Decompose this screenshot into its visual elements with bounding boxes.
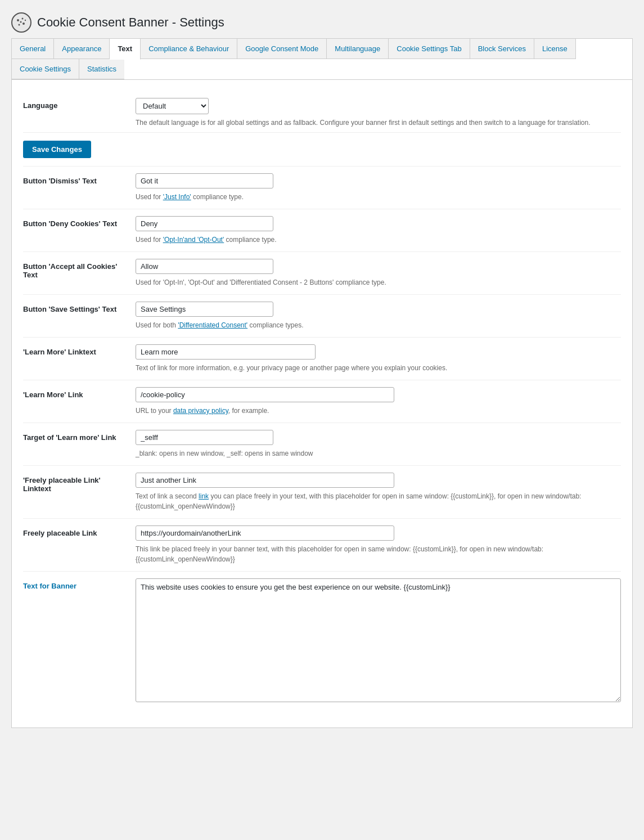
accept-all-text-input[interactable] (136, 259, 273, 274)
svg-point-4 (19, 24, 20, 26)
tab-compliance[interactable]: Compliance & Behaviour (141, 39, 237, 59)
learn-more-linktext-input[interactable] (136, 344, 316, 360)
accept-all-text-description: Used for 'Opt-In', 'Opt-Out' and 'Differ… (136, 277, 621, 288)
custom-link-url-content: This link be placed freely in your banne… (136, 525, 621, 564)
tab-multilanguage[interactable]: Multilanguage (327, 39, 389, 59)
banner-text-label: Text for Banner (23, 578, 136, 590)
accept-all-text-label: Button 'Accept all Cookies' Text (23, 259, 136, 279)
learn-more-linktext-description: Text of link for more information, e.g. … (136, 363, 621, 373)
svg-point-1 (17, 19, 19, 21)
row-banner-text: Text for Banner This website uses cookie… (23, 572, 621, 711)
tab-cookie-settings-tab[interactable]: Cookie Settings Tab (389, 39, 470, 59)
svg-point-2 (22, 18, 24, 20)
row-learn-more-linktext: 'Learn More' Linktext Text of link for m… (23, 338, 621, 380)
learn-more-target-input[interactable] (136, 430, 273, 445)
svg-point-3 (22, 23, 25, 25)
learn-more-linktext-content: Text of link for more information, e.g. … (136, 344, 621, 373)
custom-link-url-description: This link be placed freely in your banne… (136, 544, 621, 564)
language-select[interactable]: Default (136, 98, 209, 114)
tab-cookie-settings[interactable]: Cookie Settings (12, 59, 79, 79)
page-header: Cookie Consent Banner - Settings (11, 6, 633, 38)
language-label: Language (23, 98, 136, 110)
custom-link-text-content: Text of link a second link you can place… (136, 473, 621, 511)
tab-general[interactable]: General (12, 39, 54, 59)
language-row: Language Default The default language is… (23, 91, 621, 133)
row-dismiss-text: Button 'Dismiss' Text Used for 'Just Inf… (23, 167, 621, 209)
row-learn-more-target: Target of 'Learn more' Link _blank: open… (23, 423, 621, 466)
learn-more-link-content: URL to your data privacy policy, for exa… (136, 387, 621, 416)
dismiss-text-label: Button 'Dismiss' Text (23, 173, 136, 185)
page-title: Cookie Consent Banner - Settings (37, 15, 224, 30)
save-section: Save Changes (23, 133, 621, 167)
banner-text-textarea[interactable]: This website uses cookies to ensure you … (136, 578, 621, 702)
cookie-icon (11, 12, 31, 33)
save-changes-button[interactable]: Save Changes (23, 141, 91, 158)
learn-more-target-label: Target of 'Learn more' Link (23, 430, 136, 442)
language-content: Default The default language is for all … (136, 98, 621, 128)
data-privacy-link: data privacy policy (173, 407, 228, 415)
custom-link-text-label: 'Freely placeable Link' Linktext (23, 473, 136, 493)
save-settings-text-input[interactable] (136, 302, 273, 317)
tab-text[interactable]: Text (110, 39, 141, 60)
learn-more-target-content: _blank: opens in new window, _self: open… (136, 430, 621, 459)
language-description: The default language is for all global s… (136, 118, 621, 128)
content-area: Language Default The default language is… (11, 79, 633, 728)
custom-link-url-label: Freely placeable Link (23, 525, 136, 537)
learn-more-link-input[interactable] (136, 387, 394, 402)
learn-more-linktext-label: 'Learn More' Linktext (23, 344, 136, 356)
custom-link-url-input[interactable] (136, 525, 394, 541)
dismiss-text-input[interactable] (136, 173, 273, 188)
svg-point-6 (25, 20, 26, 21)
row-save-settings-text: Button 'Save Settings' Text Used for bot… (23, 295, 621, 338)
save-settings-text-label: Button 'Save Settings' Text (23, 302, 136, 313)
dismiss-text-content: Used for 'Just Info' compliance type. (136, 173, 621, 202)
tab-block-services[interactable]: Block Services (470, 39, 534, 59)
save-settings-text-description: Used for both 'Differentiated Consent' c… (136, 320, 621, 330)
deny-text-description: Used for 'Opt-In'and 'Opt-Out' complianc… (136, 235, 621, 245)
row-learn-more-link: 'Learn More' Link URL to your data priva… (23, 380, 621, 423)
deny-text-content: Used for 'Opt-In'and 'Opt-Out' complianc… (136, 216, 621, 245)
accept-all-text-content: Used for 'Opt-In', 'Opt-Out' and 'Differ… (136, 259, 621, 288)
tab-google-consent[interactable]: Google Consent Mode (237, 39, 327, 59)
tab-appearance[interactable]: Appearance (54, 39, 110, 59)
dismiss-link: 'Just Info' (163, 193, 191, 201)
learn-more-link-description: URL to your data privacy policy, for exa… (136, 406, 621, 416)
tab-statistics[interactable]: Statistics (79, 59, 124, 79)
banner-text-content: This website uses cookies to ensure you … (136, 578, 621, 704)
row-custom-link-text: 'Freely placeable Link' Linktext Text of… (23, 466, 621, 519)
deny-link: 'Opt-In'and 'Opt-Out' (163, 236, 224, 244)
custom-link-text-description: Text of link a second link you can place… (136, 491, 621, 511)
row-deny-text: Button 'Deny Cookies' Text Used for 'Opt… (23, 209, 621, 252)
learn-more-link-label: 'Learn More' Link (23, 387, 136, 399)
dismiss-text-description: Used for 'Just Info' compliance type. (136, 192, 621, 202)
svg-point-5 (20, 21, 22, 23)
custom-link-desc-link: link (199, 492, 209, 500)
tabs-bar: General Appearance Text Compliance & Beh… (11, 38, 633, 79)
custom-link-text-input[interactable] (136, 473, 394, 488)
deny-text-input[interactable] (136, 216, 273, 231)
save-settings-text-content: Used for both 'Differentiated Consent' c… (136, 302, 621, 330)
row-custom-link-url: Freely placeable Link This link be place… (23, 519, 621, 572)
save-settings-link: 'Differentiated Consent' (178, 321, 247, 329)
learn-more-target-description: _blank: opens in new window, _self: open… (136, 448, 621, 459)
tab-license[interactable]: License (534, 39, 576, 59)
row-accept-all-text: Button 'Accept all Cookies' Text Used fo… (23, 252, 621, 295)
deny-text-label: Button 'Deny Cookies' Text (23, 216, 136, 228)
